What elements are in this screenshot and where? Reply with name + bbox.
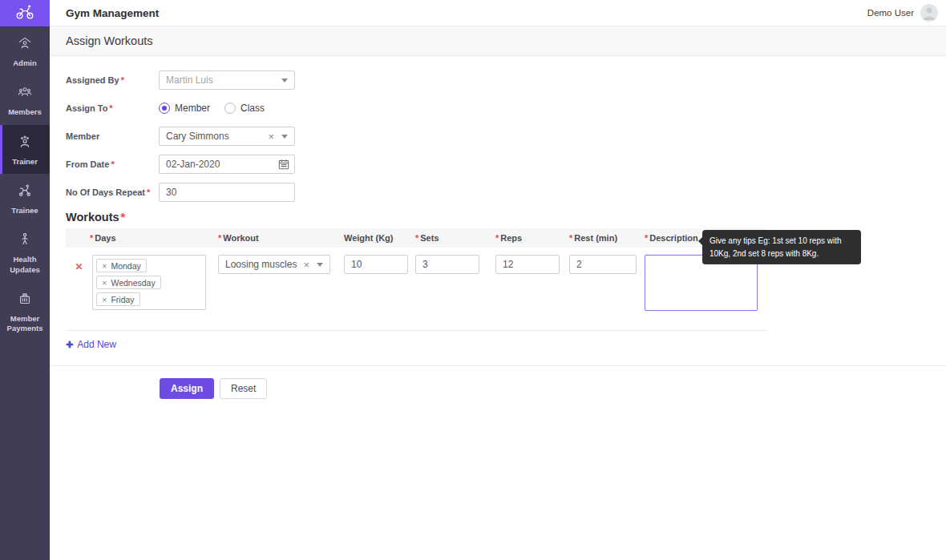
avatar[interactable] [920,4,938,22]
col-sets: *Sets [415,233,495,243]
assigned-by-select[interactable]: Martin Luis [159,71,295,90]
reps-input[interactable] [495,255,560,274]
day-chip: ×Monday [96,259,147,272]
from-date-input[interactable] [159,155,295,174]
days-multiselect[interactable]: ×Monday ×Wednesday ×Friday [92,255,206,310]
day-chip: ×Wednesday [96,276,161,289]
radio-class[interactable]: Class [224,103,265,114]
sidebar-item-members[interactable]: Members [0,75,50,124]
from-date-wrap [159,155,295,174]
col-reps: *Reps [495,233,569,243]
calendar-icon[interactable] [278,159,289,173]
workouts-heading: Workouts* [66,211,946,224]
actions-row: Assign Reset [66,366,946,399]
days-repeat-row: No Of Days Repeat* [66,183,946,202]
required-marker: * [111,159,114,169]
row-sets-cell [415,255,495,274]
trainer-icon [17,134,33,153]
description-tooltip: Give any tips Eg: 1st set 10 reps with 1… [702,230,861,264]
required-marker: * [90,233,93,243]
rest-input[interactable] [569,255,637,274]
row-delete-cell: ✕ [66,255,92,273]
row-workout-cell: Loosing muscles × [218,255,344,274]
top-bar: Gym Management Demo User [50,0,946,26]
sidebar-item-admin[interactable]: Admin [0,26,50,75]
day-chip-label: Monday [111,261,140,271]
col-workout: *Workout [218,233,344,243]
main-area: Gym Management Demo User Assign Workouts… [50,0,946,560]
assign-to-row: Assign To* Member Class [66,99,946,118]
radio-member[interactable]: Member [159,103,210,114]
assigned-by-value: Martin Luis [166,75,213,86]
required-marker: * [645,233,648,243]
required-marker: * [121,211,126,224]
add-new-label: Add New [77,339,116,350]
tooltip-text: Give any tips Eg: 1st set 10 reps with 1… [710,236,842,258]
radio-member-control[interactable] [159,103,170,114]
workout-select[interactable]: Loosing muscles × [218,255,330,274]
col-days: *Days [66,233,218,243]
required-marker: * [415,233,418,243]
sidebar-item-trainee[interactable]: Trainee [0,174,50,223]
sidebar-item-health-updates[interactable]: Health Updates [0,223,50,282]
sets-input[interactable] [415,255,479,274]
chevron-down-icon [281,79,288,83]
members-icon [17,84,33,103]
health-updates-icon [17,232,33,251]
plus-icon: ✚ [66,340,73,350]
member-row: Member Cary Simmons × [66,127,946,146]
app-title: Gym Management [66,7,159,19]
page-header: Assign Workouts [50,26,946,56]
sidebar-item-label: Trainer [12,157,38,167]
days-repeat-input[interactable] [159,183,295,202]
assign-to-radio-group: Member Class [159,103,279,114]
remove-chip-icon[interactable]: × [102,278,107,288]
required-marker: * [147,187,150,197]
add-new-link[interactable]: ✚ Add New [66,339,116,350]
chevron-down-icon [317,263,323,267]
radio-class-label: Class [241,103,265,114]
clear-icon[interactable]: × [303,260,309,270]
radio-class-control[interactable] [224,103,236,114]
day-chip-label: Wednesday [111,278,155,288]
workout-value: Loosing muscles [225,259,297,270]
row-rest-cell [569,255,645,274]
user-menu[interactable]: Demo User [867,4,938,22]
remove-chip-icon[interactable]: × [102,295,107,304]
workout-row: ✕ ×Monday ×Wednesday ×Friday Loosing mus… [66,248,767,331]
day-chip-label: Friday [111,295,134,304]
assign-button[interactable]: Assign [160,378,214,399]
delete-row-icon[interactable]: ✕ [75,261,83,272]
sidebar-item-member-payments[interactable]: Member Payments [0,282,50,341]
weight-input[interactable] [344,255,408,274]
app-logo[interactable] [0,0,50,26]
sidebar-item-label: Admin [13,58,37,68]
from-date-row: From Date* [66,155,946,174]
row-weight-cell [344,255,415,274]
sidebar-item-label: Trainee [11,206,38,216]
sidebar-item-trainer[interactable]: Trainer [0,125,50,174]
member-label: Member [66,131,159,141]
days-repeat-label: No Of Days Repeat* [66,187,159,197]
clear-icon[interactable]: × [268,131,274,142]
required-marker: * [121,75,124,85]
col-rest: *Rest (min) [569,233,645,243]
tooltip-arrow [698,237,702,245]
member-value: Cary Simmons [166,131,229,142]
remove-chip-icon[interactable]: × [102,261,107,271]
sidebar-item-label: Health Updates [2,255,48,275]
assign-workouts-form: Assigned By* Martin Luis Assign To* Memb… [50,56,946,399]
member-select[interactable]: Cary Simmons × [159,127,295,146]
assigned-by-row: Assigned By* Martin Luis [66,71,946,90]
required-marker: * [109,103,112,113]
cyclist-icon [14,3,35,24]
page-title: Assign Workouts [66,34,153,47]
assigned-by-label: Assigned By* [66,75,159,85]
user-name: Demo User [867,8,914,18]
radio-member-label: Member [175,103,210,114]
reset-button[interactable]: Reset [220,378,267,399]
required-marker: * [495,233,499,243]
required-marker: * [569,233,572,243]
chevron-down-icon [281,135,288,139]
trainee-icon [17,183,33,202]
